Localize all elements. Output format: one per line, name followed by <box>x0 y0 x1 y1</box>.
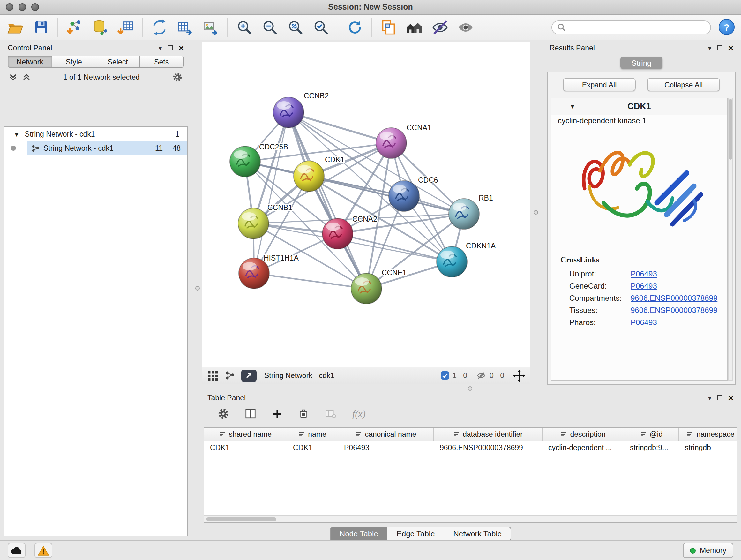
import-table-button[interactable] <box>117 18 135 36</box>
compartments-link[interactable]: 9606.ENSP00000378699 <box>630 294 718 302</box>
zoom-fit-button[interactable] <box>286 18 305 36</box>
pharos-link[interactable]: P06493 <box>630 318 657 327</box>
network-collection-row[interactable]: ▼ String Network - cdk1 1 <box>4 127 187 141</box>
collapse-all-icon[interactable] <box>9 73 17 81</box>
open-session-button[interactable] <box>6 18 24 36</box>
network-label: String Network - cdk1 <box>44 144 114 152</box>
disclosure-triangle-icon[interactable]: ▼ <box>13 131 20 138</box>
network-node-CCNB2[interactable] <box>273 97 304 128</box>
network-edge[interactable] <box>254 273 366 289</box>
maximize-panel-icon[interactable] <box>168 45 173 51</box>
close-panel-icon[interactable]: × <box>179 44 184 52</box>
network-node-CCNE1[interactable] <box>351 273 382 304</box>
float-panel-icon[interactable]: ▾ <box>708 394 712 401</box>
gear-icon[interactable] <box>172 72 183 82</box>
import-network-database-button[interactable] <box>91 18 109 36</box>
tab-node-table[interactable]: Node Table <box>330 527 388 541</box>
tab-select[interactable]: Select <box>95 56 140 68</box>
network-node-CCNA2[interactable] <box>322 219 353 249</box>
network-node-CDKN1A[interactable] <box>436 246 467 277</box>
network-graph[interactable]: CCNB2CCNA1CDC25BCDK1CDC6RB1CCNB1CCNA2CDK… <box>202 42 530 367</box>
home-button[interactable] <box>405 18 423 36</box>
network-edge[interactable] <box>288 112 391 143</box>
genecard-link[interactable]: P06493 <box>630 281 657 290</box>
detach-view-button[interactable] <box>241 369 257 381</box>
grid-view-icon[interactable] <box>207 370 218 381</box>
expand-all-icon[interactable] <box>22 73 30 81</box>
column-header-id[interactable]: @id <box>624 428 679 441</box>
network-node-CDC25B[interactable] <box>230 146 260 177</box>
network-edge[interactable] <box>288 112 366 289</box>
vertical-splitter-handle[interactable] <box>195 286 200 291</box>
string-tab-badge[interactable]: String <box>620 57 663 69</box>
zoom-selected-button[interactable] <box>312 18 330 36</box>
network-edge[interactable] <box>254 112 288 273</box>
toolbar-separator <box>227 17 228 37</box>
search-input[interactable] <box>569 23 705 32</box>
expand-all-button[interactable]: Expand All <box>563 78 636 91</box>
vertical-splitter-handle[interactable] <box>534 210 538 214</box>
delete-column-icon[interactable] <box>298 408 309 420</box>
column-header-canonical-name[interactable]: canonical name <box>338 428 434 441</box>
collapse-all-button[interactable]: Collapse All <box>647 78 720 91</box>
network-overview-icon[interactable] <box>225 370 235 381</box>
pan-crosshair-icon[interactable] <box>513 369 525 381</box>
export-image-button[interactable] <box>202 18 219 36</box>
network-node-RB1[interactable] <box>449 199 479 229</box>
tab-network-table[interactable]: Network Table <box>444 527 512 541</box>
network-node-CCNB1[interactable] <box>238 208 269 239</box>
maximize-panel-icon[interactable] <box>718 395 723 400</box>
tissues-link[interactable]: 9606.ENSP00000378699 <box>630 306 718 314</box>
export-table-button[interactable] <box>176 18 194 36</box>
column-header-database-identifier[interactable]: database identifier <box>434 428 542 441</box>
network-canvas[interactable]: CCNB2CCNA1CDC25BCDK1CDC6RB1CCNB1CCNA2CDK… <box>202 42 530 367</box>
tab-sets[interactable]: Sets <box>139 56 184 68</box>
zoom-in-button[interactable] <box>235 18 253 36</box>
network-node-HIST1H1A[interactable] <box>239 258 269 289</box>
search-field[interactable] <box>551 20 711 34</box>
float-panel-icon[interactable]: ▾ <box>158 44 162 51</box>
column-header-namespace[interactable]: namespace <box>679 428 737 441</box>
network-row-selected[interactable]: String Network - cdk1 11 48 <box>4 141 187 155</box>
network-node-CDC6[interactable] <box>389 181 419 211</box>
table-arrow-icon <box>177 19 193 36</box>
save-session-button[interactable] <box>32 18 50 36</box>
tab-network[interactable]: Network <box>8 56 52 68</box>
network-node-CCNA1[interactable] <box>376 128 407 159</box>
network-from-selection-button[interactable] <box>151 18 169 36</box>
import-network-file-button[interactable] <box>66 18 84 36</box>
table-row[interactable]: CDK1 CDK1 P06493 9606.ENSP00000378699 cy… <box>204 441 737 453</box>
copy-button[interactable] <box>380 18 398 36</box>
column-header-name[interactable]: name <box>287 428 338 441</box>
network-edge-count: 48 <box>166 144 181 152</box>
results-scrollbar[interactable] <box>728 98 733 381</box>
table-panel-header: Table Panel ▾ × <box>202 391 738 404</box>
show-columns-icon[interactable] <box>245 408 257 420</box>
horizontal-splitter-handle[interactable] <box>468 386 472 391</box>
protein-section-header[interactable]: ▼ CDK1 <box>551 98 727 115</box>
zoom-out-button[interactable] <box>261 18 279 36</box>
hide-selected-button[interactable] <box>431 18 449 36</box>
uniprot-link[interactable]: P06493 <box>630 269 657 278</box>
memory-button[interactable]: Memory <box>683 543 733 558</box>
refresh-view-button[interactable] <box>346 18 364 36</box>
column-icon <box>560 431 567 437</box>
tab-style[interactable]: Style <box>52 56 96 68</box>
maximize-panel-icon[interactable] <box>718 45 723 51</box>
network-edge[interactable] <box>309 176 464 214</box>
table-horizontal-scrollbar[interactable] <box>204 515 737 522</box>
column-header-shared-name[interactable]: shared name <box>204 428 287 441</box>
add-column-icon[interactable] <box>272 408 283 419</box>
close-panel-icon[interactable]: × <box>728 393 733 402</box>
show-all-button[interactable] <box>456 18 474 36</box>
import-network-icon <box>66 19 83 36</box>
column-header-description[interactable]: description <box>542 428 624 441</box>
help-button[interactable]: ? <box>719 19 735 35</box>
network-node-CDK1[interactable] <box>293 161 324 192</box>
warnings-button[interactable] <box>35 543 52 558</box>
cloud-status-button[interactable] <box>8 543 25 558</box>
close-panel-icon[interactable]: × <box>728 44 733 52</box>
table-settings-gear-icon[interactable] <box>218 408 229 420</box>
tab-edge-table[interactable]: Edge Table <box>387 527 445 541</box>
float-panel-icon[interactable]: ▾ <box>708 44 712 51</box>
